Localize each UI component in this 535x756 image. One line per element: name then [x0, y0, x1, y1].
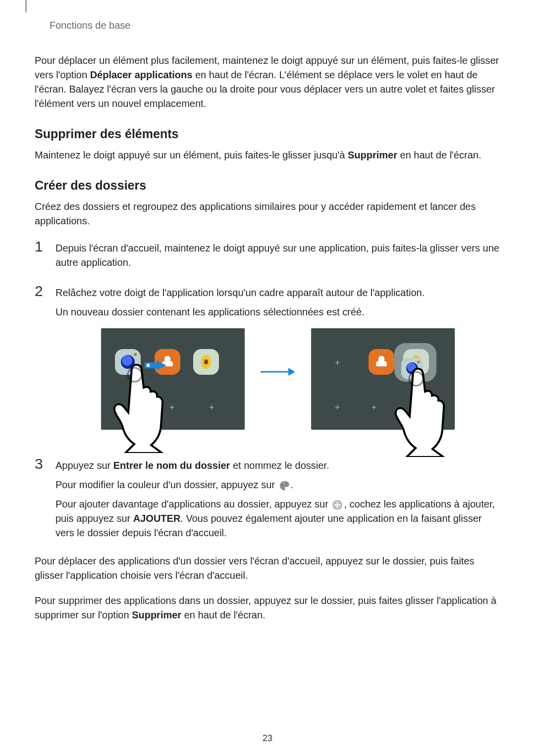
- svg-point-0: [204, 359, 208, 364]
- arrow-right-icon: [261, 364, 295, 379]
- svg-rect-14: [334, 504, 341, 505]
- breadcrumb: Fonctions de base: [50, 20, 500, 31]
- svg-rect-3: [147, 364, 150, 367]
- remove-paragraph: Pour supprimer des applications dans un …: [35, 594, 500, 622]
- drag-arrow-icon: [145, 360, 166, 370]
- folders-intro: Créez des dossiers et regroupez des appl…: [35, 200, 500, 228]
- text: en haut de l'écran.: [397, 150, 482, 160]
- text: Maintenez le doigt appuyé sur un élément…: [35, 150, 348, 160]
- header-rule: [26, 0, 26, 12]
- text: Pour ajouter davantage d'applications au…: [55, 499, 331, 509]
- step-2: 2 Relâchez votre doigt de l'application …: [35, 284, 500, 448]
- step-number: 2: [35, 284, 52, 448]
- illustration-before: + + + +: [101, 328, 245, 430]
- heading-delete-items: Supprimer des éléments: [35, 127, 500, 141]
- step-text: Appuyez sur Entrer le nom du dossier et …: [55, 458, 500, 473]
- palette-icon: [279, 480, 290, 491]
- text: en haut de l'écran.: [181, 609, 266, 620]
- svg-point-11: [285, 483, 287, 485]
- text-bold: Déplacer applications: [90, 69, 193, 80]
- step-1: 1 Depuis l'écran d'accueil, maintenez le…: [35, 239, 500, 275]
- text-bold: Supprimer: [348, 150, 397, 160]
- heading-create-folders: Créer des dossiers: [35, 178, 500, 193]
- step-text: Pour ajouter davantage d'applications au…: [55, 497, 500, 540]
- step-text: Depuis l'écran d'accueil, maintenez le d…: [55, 241, 500, 270]
- gallery-app-icon: [193, 349, 219, 375]
- svg-point-10: [283, 482, 284, 484]
- delete-paragraph: Maintenez le doigt appuyé sur un élément…: [35, 148, 500, 162]
- camera-app-icon: [115, 349, 141, 375]
- text: Pour supprimer des applications dans un …: [35, 595, 496, 620]
- text: Appuyez sur: [55, 460, 113, 471]
- camera-app-icon: [401, 357, 423, 379]
- illustration-after: + + + +: [311, 328, 455, 430]
- step-number: 1: [35, 239, 52, 275]
- intro-paragraph: Pour déplacer un élément plus facilement…: [35, 53, 500, 111]
- text-bold: Entrer le nom du dossier: [113, 460, 230, 471]
- svg-marker-2: [157, 360, 166, 370]
- step-number: 3: [35, 456, 52, 545]
- svg-point-9: [281, 484, 282, 485]
- page-number: 23: [0, 733, 535, 744]
- text: Pour modifier la couleur d'un dossier, a…: [55, 479, 278, 490]
- contacts-app-icon: [369, 349, 394, 375]
- svg-marker-6: [288, 368, 295, 376]
- step-text: Un nouveau dossier contenant les applica…: [55, 305, 500, 319]
- text-bold: AJOUTER: [133, 513, 181, 524]
- svg-rect-1: [145, 362, 157, 368]
- step-text: Pour modifier la couleur d'un dossier, a…: [55, 478, 500, 492]
- text-bold: Supprimer: [132, 609, 181, 620]
- plus-circle-icon: [332, 500, 343, 510]
- move-out-paragraph: Pour déplacer des applications d'un doss…: [35, 554, 500, 583]
- step-text: Relâchez votre doigt de l'application lo…: [55, 286, 500, 300]
- text: et nommez le dossier.: [230, 460, 329, 471]
- illustration-create-folder: + + + +: [55, 328, 500, 430]
- step-3: 3 Appuyez sur Entrer le nom du dossier e…: [35, 456, 500, 545]
